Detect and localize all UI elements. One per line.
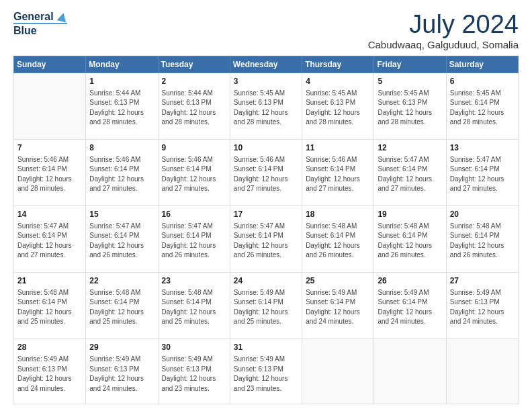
logo-text: General Blue: [13, 11, 67, 36]
day-info: Sunrise: 5:47 AM Sunset: 6:14 PM Dayligh…: [89, 222, 154, 261]
calendar-cell: 15Sunrise: 5:47 AM Sunset: 6:14 PM Dayli…: [86, 206, 158, 273]
page: General Blue July 2024 Cabudwaaq, Galgud…: [0, 0, 532, 411]
day-number: 15: [89, 209, 154, 220]
calendar-cell: 10Sunrise: 5:46 AM Sunset: 6:14 PM Dayli…: [230, 139, 302, 205]
day-number: 23: [162, 275, 226, 287]
day-info: Sunrise: 5:45 AM Sunset: 6:13 PM Dayligh…: [234, 89, 298, 128]
day-info: Sunrise: 5:45 AM Sunset: 6:13 PM Dayligh…: [378, 89, 442, 128]
day-info: Sunrise: 5:48 AM Sunset: 6:14 PM Dayligh…: [162, 288, 226, 327]
calendar-cell: [302, 339, 374, 404]
calendar-cell: 14Sunrise: 5:47 AM Sunset: 6:14 PM Dayli…: [14, 206, 86, 273]
calendar-cell: 11Sunrise: 5:46 AM Sunset: 6:14 PM Dayli…: [302, 139, 374, 205]
calendar-cell: 5Sunrise: 5:45 AM Sunset: 6:13 PM Daylig…: [374, 73, 446, 139]
day-info: Sunrise: 5:45 AM Sunset: 6:14 PM Dayligh…: [450, 89, 515, 128]
day-info: Sunrise: 5:44 AM Sunset: 6:13 PM Dayligh…: [89, 89, 154, 128]
day-info: Sunrise: 5:49 AM Sunset: 6:13 PM Dayligh…: [450, 288, 515, 327]
day-info: Sunrise: 5:46 AM Sunset: 6:14 PM Dayligh…: [17, 155, 82, 194]
day-number: 3: [234, 76, 298, 87]
day-number: 11: [306, 142, 370, 154]
calendar-cell: 30Sunrise: 5:49 AM Sunset: 6:13 PM Dayli…: [158, 339, 230, 404]
calendar-cell: 22Sunrise: 5:48 AM Sunset: 6:14 PM Dayli…: [86, 273, 158, 339]
day-info: Sunrise: 5:48 AM Sunset: 6:14 PM Dayligh…: [450, 222, 515, 261]
day-info: Sunrise: 5:47 AM Sunset: 6:14 PM Dayligh…: [450, 155, 515, 194]
day-info: Sunrise: 5:49 AM Sunset: 6:14 PM Dayligh…: [378, 288, 442, 327]
day-number: 24: [234, 275, 298, 287]
calendar-cell: 20Sunrise: 5:48 AM Sunset: 6:14 PM Dayli…: [446, 206, 518, 273]
weekday-header: Friday: [374, 56, 446, 73]
calendar-cell: 9Sunrise: 5:46 AM Sunset: 6:14 PM Daylig…: [158, 139, 230, 205]
calendar-cell: 1Sunrise: 5:44 AM Sunset: 6:13 PM Daylig…: [86, 73, 158, 139]
calendar-cell: [374, 339, 446, 404]
day-number: 1: [89, 76, 154, 87]
calendar-cell: 3Sunrise: 5:45 AM Sunset: 6:13 PM Daylig…: [230, 73, 302, 139]
day-info: Sunrise: 5:48 AM Sunset: 6:14 PM Dayligh…: [378, 222, 442, 261]
logo-general: General: [13, 11, 67, 23]
main-title: July 2024: [368, 11, 519, 39]
weekday-header: Thursday: [302, 56, 374, 73]
day-number: 29: [89, 342, 154, 353]
calendar-cell: 29Sunrise: 5:49 AM Sunset: 6:13 PM Dayli…: [86, 339, 158, 404]
calendar-week-row: 7Sunrise: 5:46 AM Sunset: 6:14 PM Daylig…: [14, 139, 519, 205]
calendar-cell: 18Sunrise: 5:48 AM Sunset: 6:14 PM Dayli…: [302, 206, 374, 273]
calendar-cell: 31Sunrise: 5:49 AM Sunset: 6:13 PM Dayli…: [230, 339, 302, 404]
day-number: 12: [378, 142, 442, 154]
day-number: 8: [89, 142, 154, 154]
calendar-cell: [14, 73, 86, 139]
calendar-cell: 28Sunrise: 5:49 AM Sunset: 6:13 PM Dayli…: [14, 339, 86, 404]
day-number: 16: [162, 209, 226, 220]
day-number: 10: [234, 142, 298, 154]
day-info: Sunrise: 5:48 AM Sunset: 6:14 PM Dayligh…: [89, 288, 154, 327]
calendar-week-row: 28Sunrise: 5:49 AM Sunset: 6:13 PM Dayli…: [14, 339, 519, 404]
calendar-week-row: 21Sunrise: 5:48 AM Sunset: 6:14 PM Dayli…: [14, 273, 519, 339]
day-info: Sunrise: 5:47 AM Sunset: 6:14 PM Dayligh…: [378, 155, 442, 194]
day-info: Sunrise: 5:49 AM Sunset: 6:13 PM Dayligh…: [17, 355, 82, 394]
calendar-cell: [446, 339, 518, 404]
calendar-cell: 4Sunrise: 5:45 AM Sunset: 6:13 PM Daylig…: [302, 73, 374, 139]
day-info: Sunrise: 5:48 AM Sunset: 6:14 PM Dayligh…: [306, 222, 370, 261]
day-number: 6: [450, 76, 515, 87]
day-info: Sunrise: 5:47 AM Sunset: 6:14 PM Dayligh…: [234, 222, 298, 261]
day-info: Sunrise: 5:49 AM Sunset: 6:14 PM Dayligh…: [234, 288, 298, 327]
day-number: 30: [162, 342, 226, 353]
day-info: Sunrise: 5:49 AM Sunset: 6:13 PM Dayligh…: [234, 355, 298, 394]
logo-blue: Blue: [13, 23, 67, 37]
day-number: 19: [378, 209, 442, 220]
weekday-header: Saturday: [446, 56, 518, 73]
logo: General Blue: [13, 11, 67, 36]
weekday-header: Monday: [86, 56, 158, 73]
day-info: Sunrise: 5:45 AM Sunset: 6:13 PM Dayligh…: [306, 89, 370, 128]
day-number: 22: [89, 275, 154, 287]
calendar-cell: 13Sunrise: 5:47 AM Sunset: 6:14 PM Dayli…: [446, 139, 518, 205]
calendar-cell: 23Sunrise: 5:48 AM Sunset: 6:14 PM Dayli…: [158, 273, 230, 339]
calendar-cell: 12Sunrise: 5:47 AM Sunset: 6:14 PM Dayli…: [374, 139, 446, 205]
day-info: Sunrise: 5:47 AM Sunset: 6:14 PM Dayligh…: [17, 222, 82, 261]
calendar-week-row: 1Sunrise: 5:44 AM Sunset: 6:13 PM Daylig…: [14, 73, 519, 139]
calendar-cell: 8Sunrise: 5:46 AM Sunset: 6:14 PM Daylig…: [86, 139, 158, 205]
day-number: 25: [306, 275, 370, 287]
day-number: 28: [17, 342, 82, 353]
day-info: Sunrise: 5:46 AM Sunset: 6:14 PM Dayligh…: [162, 155, 226, 194]
weekday-row: SundayMondayTuesdayWednesdayThursdayFrid…: [14, 56, 519, 73]
day-number: 2: [162, 76, 226, 87]
day-info: Sunrise: 5:49 AM Sunset: 6:13 PM Dayligh…: [89, 355, 154, 394]
day-number: 18: [306, 209, 370, 220]
weekday-header: Tuesday: [158, 56, 230, 73]
day-number: 31: [234, 342, 298, 353]
title-section: July 2024 Cabudwaaq, Galguduud, Somalia: [368, 11, 519, 50]
calendar-cell: 25Sunrise: 5:49 AM Sunset: 6:14 PM Dayli…: [302, 273, 374, 339]
day-number: 13: [450, 142, 515, 154]
calendar-week-row: 14Sunrise: 5:47 AM Sunset: 6:14 PM Dayli…: [14, 206, 519, 273]
day-info: Sunrise: 5:47 AM Sunset: 6:14 PM Dayligh…: [162, 222, 226, 261]
day-info: Sunrise: 5:46 AM Sunset: 6:14 PM Dayligh…: [306, 155, 370, 194]
logo-triangle-icon: [57, 12, 69, 23]
logo-brand: General Blue: [13, 11, 67, 36]
calendar-cell: 24Sunrise: 5:49 AM Sunset: 6:14 PM Dayli…: [230, 273, 302, 339]
day-number: 20: [450, 209, 515, 220]
day-number: 17: [234, 209, 298, 220]
calendar-cell: 2Sunrise: 5:44 AM Sunset: 6:13 PM Daylig…: [158, 73, 230, 139]
day-number: 21: [17, 275, 82, 287]
day-number: 4: [306, 76, 370, 87]
day-number: 14: [17, 209, 82, 220]
weekday-header: Wednesday: [230, 56, 302, 73]
calendar-cell: 17Sunrise: 5:47 AM Sunset: 6:14 PM Dayli…: [230, 206, 302, 273]
